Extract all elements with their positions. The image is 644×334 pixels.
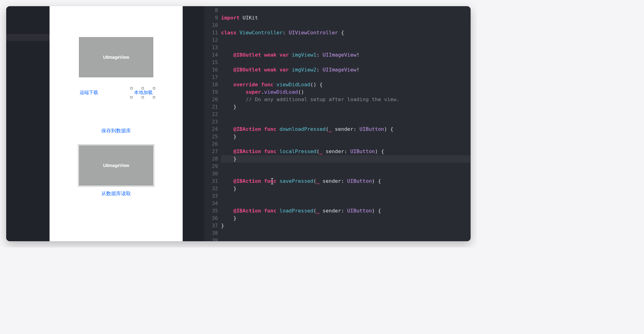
code-line[interactable] [221,140,471,148]
read-db-button[interactable]: 从数据库读取 [101,191,131,197]
code-line[interactable] [221,22,471,29]
line-number[interactable]: 19 [204,88,218,96]
navigator-selection [6,34,50,41]
interface-builder-canvas[interactable]: UIImageView 远端下载 本地加载 保存到数据库 UIImageView… [50,6,183,241]
code-line[interactable] [221,36,471,44]
line-number[interactable]: 18 [204,81,218,88]
line-number[interactable]: 37 [204,222,218,229]
code-line[interactable]: // Do any additional setup after loading… [221,96,471,103]
code-line[interactable]: @IBAction func downloadPressed(_ sender:… [221,126,471,133]
uiimageview-2-label: UIImageView [103,163,129,168]
line-number[interactable]: 10 [204,22,218,29]
code-line[interactable]: class ViewController: UIViewController { [221,29,471,36]
code-line[interactable]: } [221,222,471,229]
code-line[interactable]: @IBOutlet weak var imgView1: UIImageView… [221,51,471,59]
code-line[interactable]: @IBAction func loadPressed(_ sender: UIB… [221,207,471,215]
line-number[interactable]: 8 [204,7,218,14]
navigator-panel[interactable] [6,6,50,241]
line-number[interactable]: 14 [204,51,218,59]
line-number[interactable]: 36 [204,215,218,222]
code-line[interactable] [221,7,471,14]
code-line[interactable]: } [221,133,471,140]
uiimageview-1[interactable]: UIImageView [79,37,153,77]
save-db-button[interactable]: 保存到数据库 [101,128,131,134]
code-line[interactable]: override func viewDidLoad() { [221,81,471,88]
uiimageview-1-label: UIImageView [103,55,129,60]
line-number[interactable]: 34 [204,200,218,207]
code-line[interactable] [221,111,471,118]
code-content[interactable]: import UIKitclass ViewController: UIView… [221,6,471,241]
code-line[interactable] [221,192,471,200]
line-number[interactable]: 26 [204,140,218,148]
code-line[interactable]: } [221,103,471,111]
line-number[interactable]: 32 [204,185,218,192]
code-line[interactable] [221,163,471,170]
uiimageview-2[interactable]: UIImageView [79,145,153,186]
code-line[interactable] [221,59,471,66]
line-number[interactable]: 23 [204,118,218,126]
code-line[interactable]: } [221,185,471,192]
download-button[interactable]: 远端下载 [79,88,99,97]
line-number[interactable]: 20 [204,96,218,103]
line-number[interactable]: 33 [204,192,218,200]
current-line-highlight [221,155,471,163]
editor-split-gap[interactable] [183,6,204,241]
code-line[interactable]: @IBAction func savePressed(_ sender: UIB… [221,178,471,185]
line-number[interactable]: 25 [204,133,218,140]
code-line[interactable] [221,200,471,207]
line-number[interactable]: 9 [204,14,218,22]
code-line[interactable]: super.viewDidLoad() [221,88,471,96]
line-number[interactable]: 16 [204,66,218,74]
code-line[interactable] [221,229,471,237]
storyboard-content: UIImageView 远端下载 本地加载 保存到数据库 UIImageView… [50,37,183,203]
code-line[interactable]: @IBOutlet weak var imgView2: UIImageView… [221,66,471,74]
code-line[interactable]: @IBAction func localPressed(_ sender: UI… [221,148,471,155]
code-line[interactable]: } [221,155,471,163]
line-number[interactable]: 31 [204,178,218,185]
code-line[interactable]: } [221,215,471,222]
line-number[interactable]: 35 [204,207,218,215]
line-number[interactable]: 12 [204,36,218,44]
code-line[interactable] [221,118,471,126]
code-line[interactable] [221,74,471,81]
code-line[interactable] [221,237,471,241]
source-editor[interactable]: 8910111213141516171819202122232425262728… [204,6,471,241]
line-number[interactable]: 11 [204,29,218,36]
line-number[interactable]: 29 [204,163,218,170]
line-number[interactable]: 28 [204,155,218,163]
local-load-button[interactable]: 本地加载 [133,88,153,97]
code-line[interactable] [221,44,471,51]
line-number[interactable]: 30 [204,170,218,178]
xcode-window: → UIImageView 远端下载 本地加载 保存到数据库 UIImageVi… [6,6,471,241]
code-line[interactable]: import UIKit [221,14,471,22]
code-line[interactable] [221,170,471,178]
line-number[interactable]: 13 [204,44,218,51]
line-number[interactable]: 17 [204,74,218,81]
line-gutter[interactable]: 8910111213141516171819202122232425262728… [204,6,221,241]
button-row-1: 远端下载 本地加载 [79,88,153,97]
line-number[interactable]: 24 [204,126,218,133]
line-number[interactable]: 15 [204,59,218,66]
line-number[interactable]: 22 [204,111,218,118]
line-number[interactable]: 27 [204,148,218,155]
line-number[interactable]: 38 [204,229,218,237]
line-number[interactable]: 39 [204,237,218,241]
line-number[interactable]: 21 [204,103,218,111]
